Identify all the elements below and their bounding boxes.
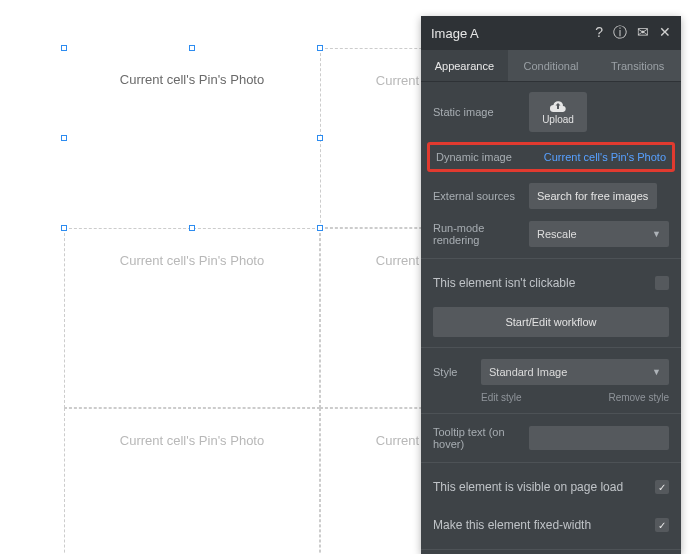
chevron-down-icon: ▼ <box>652 229 661 239</box>
close-icon[interactable]: ✕ <box>659 24 671 42</box>
resize-handle[interactable] <box>61 225 67 231</box>
resize-handle[interactable] <box>317 225 323 231</box>
tooltip-label: Tooltip text (on hover) <box>433 426 529 450</box>
fixed-width-checkbox[interactable] <box>655 518 669 532</box>
resize-handle[interactable] <box>61 135 67 141</box>
cell-placeholder: Current cell's Pin's Photo <box>120 72 264 87</box>
panel-body: Static image Upload Dynamic image Curren… <box>421 82 681 554</box>
static-image-label: Static image <box>433 106 529 118</box>
visible-on-load-label: This element is visible on page load <box>433 480 623 494</box>
resize-handle[interactable] <box>189 225 195 231</box>
chevron-down-icon: ▼ <box>652 367 661 377</box>
tab-appearance[interactable]: Appearance <box>421 50 508 81</box>
not-clickable-label: This element isn't clickable <box>433 276 575 290</box>
run-mode-value: Rescale <box>537 228 577 240</box>
resize-handle[interactable] <box>189 45 195 51</box>
property-panel: Image A ? ⓘ ✉ ✕ Appearance Conditional T… <box>421 16 681 554</box>
upload-button[interactable]: Upload <box>529 92 587 132</box>
cell-placeholder: Current cell's Pin's Photo <box>120 433 264 448</box>
edit-style-link[interactable]: Edit style <box>481 392 522 403</box>
search-images-button[interactable]: Search for free images <box>529 183 657 209</box>
dynamic-image-label: Dynamic image <box>436 151 532 163</box>
upload-label: Upload <box>542 114 574 125</box>
fixed-width-label: Make this element fixed-width <box>433 518 591 532</box>
comment-icon[interactable]: ✉ <box>637 24 649 42</box>
cell-placeholder: Current cell's Pin's Photo <box>120 253 264 268</box>
remove-style-link[interactable]: Remove style <box>608 392 669 403</box>
style-value: Standard Image <box>489 366 567 378</box>
help-icon[interactable]: ? <box>595 24 603 42</box>
style-label: Style <box>433 366 481 378</box>
resize-handle[interactable] <box>61 45 67 51</box>
external-sources-label: External sources <box>433 190 529 202</box>
image-cell[interactable]: Current cell's Pin's Photo <box>64 408 320 554</box>
panel-title: Image A <box>431 26 595 41</box>
image-cell-selected[interactable]: Current cell's Pin's Photo <box>64 48 320 228</box>
panel-tabs: Appearance Conditional Transitions <box>421 50 681 82</box>
tab-transitions[interactable]: Transitions <box>594 50 681 81</box>
run-mode-select[interactable]: Rescale ▼ <box>529 221 669 247</box>
clickable-checkbox[interactable] <box>655 276 669 290</box>
start-workflow-button[interactable]: Start/Edit workflow <box>433 307 669 337</box>
info-icon[interactable]: ⓘ <box>613 24 627 42</box>
image-cell[interactable]: Current cell's Pin's Photo <box>64 228 320 408</box>
tab-conditional[interactable]: Conditional <box>508 50 595 81</box>
dynamic-image-row: Dynamic image Current cell's Pin's Photo <box>427 142 675 172</box>
tooltip-input[interactable] <box>529 426 669 450</box>
cloud-upload-icon <box>550 100 566 112</box>
resize-handle[interactable] <box>317 45 323 51</box>
style-select[interactable]: Standard Image ▼ <box>481 359 669 385</box>
visible-on-load-checkbox[interactable] <box>655 480 669 494</box>
run-mode-label: Run-mode rendering <box>433 222 529 246</box>
resize-handle[interactable] <box>317 135 323 141</box>
panel-header[interactable]: Image A ? ⓘ ✉ ✕ <box>421 16 681 50</box>
dynamic-image-value[interactable]: Current cell's Pin's Photo <box>532 151 666 163</box>
